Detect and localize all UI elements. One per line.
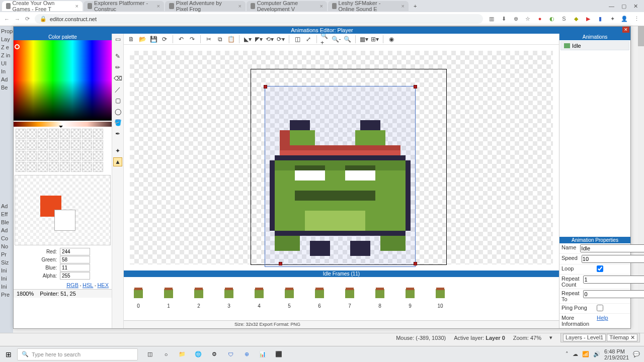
swatch[interactable] xyxy=(49,129,59,139)
anim-repeatto-input[interactable] xyxy=(583,290,644,298)
poly-handle[interactable] xyxy=(264,85,267,88)
anim-pingpong-checkbox[interactable] xyxy=(597,305,603,311)
frame-cell[interactable]: 4 xyxy=(255,289,264,309)
swatch[interactable] xyxy=(16,140,26,150)
explorer-icon[interactable]: 📁 xyxy=(177,349,187,359)
swatch[interactable] xyxy=(49,151,59,161)
volume-icon[interactable]: 🔊 xyxy=(593,351,600,357)
help-link[interactable]: Help xyxy=(597,315,608,321)
reload-icon[interactable]: ⟳ xyxy=(25,16,30,22)
rotate-ccw-icon[interactable]: ⟲▾ xyxy=(265,35,274,44)
notifications-icon[interactable]: 💬 xyxy=(633,351,640,357)
ext-icon[interactable]: ⊕ xyxy=(512,16,519,22)
frame-cell[interactable]: 7 xyxy=(345,289,354,309)
swatch[interactable] xyxy=(27,129,37,139)
save-icon[interactable]: 💾 xyxy=(149,35,158,44)
origin-icon[interactable]: ✦ xyxy=(113,146,122,155)
green-input[interactable] xyxy=(60,256,90,263)
select-rect-icon[interactable]: ▭ xyxy=(113,35,122,44)
app-icon[interactable]: ⬛ xyxy=(274,349,284,359)
swatch[interactable] xyxy=(93,162,103,172)
taskbar-search[interactable]: 🔍Type here to search xyxy=(17,348,138,360)
swatch[interactable] xyxy=(27,140,37,150)
ext-icon[interactable]: ▮ xyxy=(597,16,604,22)
swatch[interactable] xyxy=(27,162,37,172)
wifi-icon[interactable]: 📶 xyxy=(582,351,589,357)
open-icon[interactable]: 📂 xyxy=(138,35,147,44)
color-field[interactable] xyxy=(14,40,112,121)
url-input[interactable]: 🔒 editor.construct.net xyxy=(35,14,483,24)
swatch[interactable] xyxy=(38,129,48,139)
new-icon[interactable]: 🗎 xyxy=(127,35,136,44)
cut-icon[interactable]: ✂ xyxy=(204,35,213,44)
browser-tab[interactable]: Leshy SFMaker - Online Sound E× xyxy=(328,1,409,11)
grid-icon[interactable]: ▦▾ xyxy=(359,35,368,44)
rect-icon[interactable]: ▢ xyxy=(113,96,122,105)
chrome-icon[interactable]: 🌐 xyxy=(193,349,203,359)
swatch[interactable] xyxy=(82,151,92,161)
close-icon[interactable]: × xyxy=(157,3,160,9)
frame-cell[interactable]: 10 xyxy=(436,289,445,309)
anim-repeatcount-input[interactable] xyxy=(583,276,644,284)
copy-icon[interactable]: ⧉ xyxy=(215,35,224,44)
hex-mode-link[interactable]: HEX xyxy=(97,282,109,288)
swatch[interactable] xyxy=(71,129,81,139)
swatch[interactable] xyxy=(16,162,26,172)
swatch[interactable] xyxy=(82,162,92,172)
blue-input[interactable] xyxy=(60,264,90,272)
swatch[interactable] xyxy=(38,162,48,172)
eraser-icon[interactable]: ⌫ xyxy=(113,74,122,83)
extensions-icon[interactable]: ✦ xyxy=(609,16,616,22)
line-icon[interactable]: ／ xyxy=(113,85,122,94)
ext-icon[interactable]: ▥ xyxy=(488,16,495,22)
ellipse-icon[interactable]: ◯ xyxy=(113,107,122,116)
frame-cell[interactable]: 3 xyxy=(224,289,233,309)
swatch[interactable] xyxy=(93,151,103,161)
alpha-input[interactable] xyxy=(60,272,90,280)
close-icon[interactable]: × xyxy=(320,3,323,9)
star-icon[interactable]: ☆ xyxy=(524,16,531,22)
swatch[interactable] xyxy=(71,140,81,150)
fill-icon[interactable]: 🪣 xyxy=(113,118,122,127)
browser-tab[interactable]: Explorers Platformer - Construc× xyxy=(84,1,164,11)
snap-icon[interactable]: ⊞▾ xyxy=(370,35,379,44)
collision-polygon-icon[interactable]: ▲ xyxy=(113,157,122,166)
poly-handle[interactable] xyxy=(414,85,417,88)
frame-cell[interactable]: 8 xyxy=(375,289,384,309)
flip-v-icon[interactable]: ◤▾ xyxy=(254,35,263,44)
zoom-fit-icon[interactable]: 🔍 xyxy=(343,35,352,44)
eyedropper-icon[interactable]: ✒ xyxy=(113,129,122,138)
browser-tab[interactable]: Pixel Adventure by Pixel Frog× xyxy=(165,1,246,11)
swatch[interactable] xyxy=(93,140,103,150)
background-color[interactable] xyxy=(54,210,75,231)
flip-h-icon[interactable]: ◣▾ xyxy=(243,35,252,44)
close-icon[interactable]: × xyxy=(238,3,242,9)
swatch[interactable] xyxy=(82,129,92,139)
browser-tab[interactable]: Computer Game Development V× xyxy=(247,1,327,11)
onedrive-icon[interactable]: ☁ xyxy=(573,351,578,357)
start-button[interactable]: ⊞ xyxy=(0,350,17,358)
frame-cell[interactable]: 2 xyxy=(194,289,203,309)
close-icon[interactable]: ✕ xyxy=(622,27,629,33)
frame-cell[interactable]: 9 xyxy=(406,289,415,309)
swatch[interactable] xyxy=(93,129,103,139)
swatch[interactable] xyxy=(60,162,70,172)
frame-cell[interactable]: 1 xyxy=(164,289,173,309)
hue-slider[interactable] xyxy=(14,122,112,127)
ext-icon[interactable]: ◆ xyxy=(573,16,580,22)
cortana-icon[interactable]: ○ xyxy=(161,349,171,359)
brush-icon[interactable]: ✏ xyxy=(113,63,122,72)
clock[interactable]: 6:48 PM2/19/2021 xyxy=(604,348,629,360)
menu-icon[interactable]: ⋮ xyxy=(633,16,640,22)
red-input[interactable] xyxy=(60,248,90,255)
swatch[interactable] xyxy=(27,151,37,161)
panel-tab[interactable]: Layers - Level1 xyxy=(563,334,606,341)
task-view-icon[interactable]: ◫ xyxy=(145,349,155,359)
animation-item[interactable]: Idle xyxy=(560,41,629,50)
tray-up-icon[interactable]: ˄ xyxy=(566,351,569,357)
swatch[interactable] xyxy=(38,151,48,161)
ext-icon[interactable]: ▶ xyxy=(585,16,592,22)
app-icon[interactable]: 🛡 xyxy=(225,349,235,359)
undo-icon[interactable]: ↶ xyxy=(177,35,186,44)
swatch[interactable] xyxy=(38,140,48,150)
